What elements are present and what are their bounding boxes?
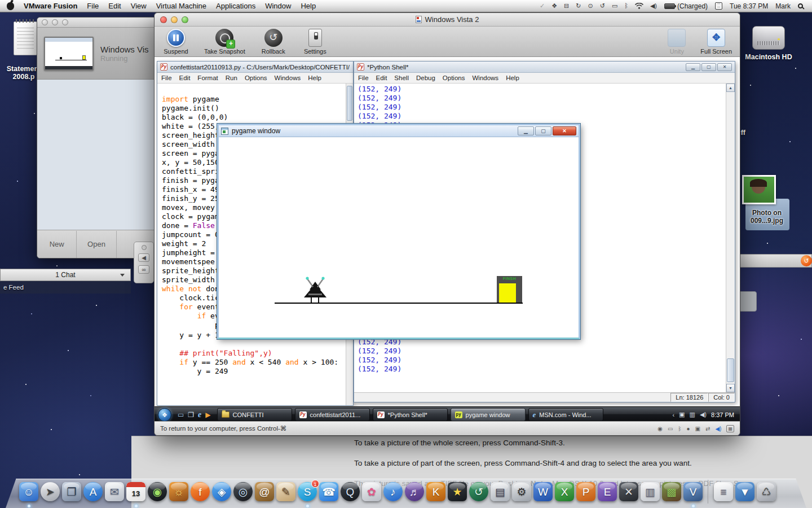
menu-view[interactable]: View — [131, 2, 147, 10]
dock-item-imovie[interactable]: ★ — [448, 482, 467, 503]
scroll-down-arrow[interactable]: ▼ — [726, 384, 735, 392]
vmware-tools-icon[interactable]: ▣ — [679, 411, 685, 418]
editor-menu-windows[interactable]: Windows — [275, 75, 301, 81]
dock-item-time-machine[interactable]: ↺ — [469, 482, 488, 503]
editor-menu-run[interactable]: Run — [226, 75, 237, 81]
toolbar-fullscreen-button[interactable]: ✥Full Screen — [700, 29, 732, 55]
toolbar-rollback-button[interactable]: ↺Rollback — [260, 29, 287, 55]
close-button[interactable] — [160, 16, 167, 23]
taskbar-button-confettistart2011-[interactable]: Pyconfettistart2011... — [295, 408, 370, 421]
chat-dropdown[interactable]: 1 Chat — [0, 269, 131, 281]
internet-explorer-icon[interactable]: e — [198, 411, 201, 418]
toolbar-settings-button[interactable]: Settings — [302, 29, 329, 55]
menubar-clock[interactable]: Tue 8:37 PM — [730, 2, 768, 10]
menu-file[interactable]: File — [87, 2, 99, 10]
record-icon[interactable]: ● — [687, 426, 690, 432]
keyboard-icon[interactable]: ▦ — [726, 425, 734, 432]
dock-item-ms-word[interactable]: W — [533, 482, 553, 503]
dropbox-icon[interactable]: ❖ — [551, 3, 557, 9]
spotlight-search-icon[interactable] — [798, 3, 803, 8]
input-menu-icon[interactable]: ⁚⁚ — [715, 2, 722, 10]
minimize-button[interactable]: ▁ — [686, 63, 700, 71]
network-icon[interactable]: ⇄ — [705, 426, 710, 432]
minimize-button[interactable]: ▁ — [518, 126, 534, 135]
close-button[interactable] — [42, 19, 48, 25]
taskbar-button-confetti[interactable]: CONFETTI — [217, 408, 292, 421]
dock-item-ical[interactable]: 13 — [126, 482, 145, 503]
battery-status[interactable]: (Charged) — [664, 2, 708, 10]
dock-item-keynote[interactable]: K — [426, 482, 445, 503]
editor-menu-help[interactable]: Help — [308, 75, 321, 81]
sync-badge-icon[interactable]: ↺ — [801, 255, 812, 266]
close-button[interactable]: ✕ — [553, 126, 576, 135]
menu-help[interactable]: Help — [301, 2, 316, 10]
new-vm-button[interactable]: New — [37, 231, 77, 258]
dock-item-iphoto[interactable]: ✿ — [362, 482, 381, 503]
dock-item-trash[interactable]: ♺ — [757, 482, 776, 503]
battery-icon[interactable]: ▭ — [668, 426, 673, 432]
menu-edit[interactable]: Edit — [108, 2, 121, 10]
desktop-icon-statement-document[interactable] — [14, 21, 37, 55]
menu-virtual-machine[interactable]: Virtual Machine — [156, 2, 206, 10]
shell-menu-edit[interactable]: Edit — [376, 75, 387, 81]
library-vm-entry[interactable]: Windows Vis Running — [37, 28, 156, 80]
dock-item-launchpad[interactable]: ➤ — [41, 482, 60, 503]
dock-item-finder[interactable]: ☺ — [19, 482, 38, 503]
volume-icon[interactable]: ◀) — [700, 411, 707, 418]
toolbar-snapshot-button[interactable]: Take Snapshot — [204, 29, 245, 55]
dock-item-mission-control[interactable]: ❐ — [62, 482, 81, 503]
dock-item-downloads-folder[interactable]: ▼ — [735, 482, 754, 503]
dock-item-dashboard[interactable]: ◉ — [148, 482, 167, 503]
show-desktop-icon[interactable]: ▭ — [178, 411, 184, 418]
sync-icon[interactable]: ↻ — [576, 3, 581, 9]
volume-icon[interactable]: ◀) — [650, 3, 657, 9]
active-app-menu[interactable]: VMware Fusion — [24, 2, 77, 10]
menu-window[interactable]: Window — [265, 2, 291, 10]
dock-item-ms-excel[interactable]: X — [555, 482, 574, 503]
dock-item-utilities-gears[interactable]: ⚙ — [512, 482, 531, 503]
editor-code-bottom[interactable]: y = y + 1 ## print("Falling",y) if y == … — [157, 331, 346, 405]
apple-menu-icon[interactable] — [7, 2, 14, 10]
zoom-button[interactable] — [182, 16, 188, 23]
bluetooth-icon[interactable]: ᛒ — [624, 3, 628, 9]
dock-item-ms-entourage[interactable]: E — [598, 482, 617, 503]
webcam-icon[interactable]: ◉ — [657, 426, 663, 432]
dock-item-mail[interactable]: ✉ — [105, 482, 124, 503]
bluetooth-icon[interactable]: ᛒ — [678, 426, 682, 432]
accessibility-icon[interactable]: ⊙ — [588, 3, 593, 9]
dock-item-minecraft[interactable]: ▩ — [662, 482, 681, 503]
printer-icon[interactable]: ⊟ — [564, 3, 569, 9]
open-vm-button[interactable]: Open — [77, 231, 116, 258]
dock-item-facetime[interactable]: ☎ — [319, 482, 338, 503]
minimize-button[interactable] — [171, 16, 178, 23]
dock-item-safari[interactable]: ◈ — [212, 482, 231, 503]
dock-item-vmware-fusion[interactable]: V — [683, 482, 703, 503]
scroll-up-arrow[interactable]: ▲ — [726, 84, 735, 92]
tray-expand-icon[interactable]: ‹ — [672, 411, 674, 418]
back-button[interactable]: ◀ — [138, 253, 149, 262]
shell-menu-file[interactable]: File — [358, 75, 369, 81]
close-button[interactable]: ✕ — [717, 63, 732, 71]
dock-item-skype[interactable]: S1 — [298, 482, 317, 503]
network-icon[interactable]: ▥ — [690, 411, 695, 418]
dock-item-firefox[interactable]: f — [191, 482, 210, 503]
dock-item-itunes[interactable]: ♪ — [383, 482, 403, 503]
editor-menu-options[interactable]: Options — [245, 75, 267, 81]
pygame-canvas[interactable]: FINSH — [219, 137, 579, 338]
dock-item-journal[interactable]: ✎ — [276, 482, 295, 503]
minimize-button[interactable] — [52, 19, 58, 25]
scrollbar-thumb[interactable] — [727, 358, 734, 382]
dock-item-photo-booth[interactable]: ◎ — [233, 482, 253, 503]
dock-item-quicktime[interactable]: Q — [341, 482, 360, 503]
window-dot[interactable] — [142, 245, 147, 250]
shell-menu-options[interactable]: Options — [443, 75, 465, 81]
dock-item-app-store[interactable]: A — [83, 482, 103, 503]
dock-item-printer[interactable]: ▤ — [491, 482, 510, 503]
time-machine-icon[interactable]: ↺ — [600, 3, 605, 9]
dock-item-organizer[interactable]: ▥ — [641, 482, 660, 503]
maximize-button[interactable]: ▢ — [535, 126, 551, 135]
dock-item-garageband[interactable]: ♬ — [405, 482, 424, 503]
taskbar-button-pygame-window[interactable]: pypygame window — [451, 408, 526, 421]
taskbar-button--python-shell-[interactable]: Py*Python Shell* — [373, 408, 448, 421]
fast-user-switch-menu[interactable]: Mark — [775, 2, 791, 10]
